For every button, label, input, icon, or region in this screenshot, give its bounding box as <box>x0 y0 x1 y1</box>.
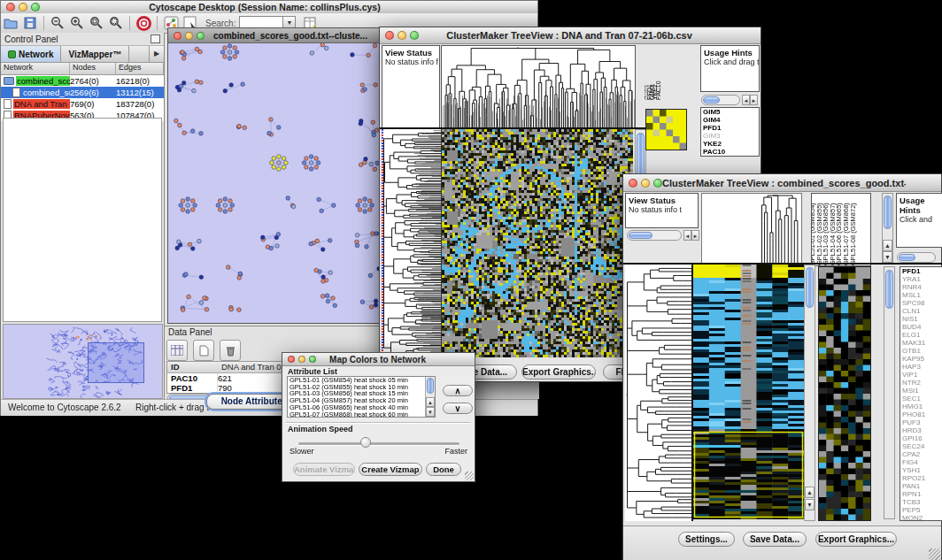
select-attributes-icon[interactable] <box>166 340 188 361</box>
slider-thumb[interactable] <box>360 437 371 448</box>
close-button[interactable] <box>174 32 181 40</box>
treeview1-button-1[interactable]: Export Graphics... <box>521 364 596 380</box>
minimize-button[interactable] <box>641 179 650 188</box>
minimize-button[interactable] <box>298 356 305 363</box>
combo-arrow-icon[interactable]: ▼ <box>282 17 295 28</box>
minimize-button[interactable] <box>19 3 27 12</box>
gene-label[interactable]: YRA1 <box>900 275 942 283</box>
delete-attribute-icon[interactable] <box>220 340 241 361</box>
tab-vizmapper[interactable]: VizMapper™ <box>61 46 129 62</box>
zoom-button[interactable] <box>31 3 40 12</box>
gene-label[interactable]: GIM3 <box>701 132 759 140</box>
zoom-out-icon[interactable] <box>49 15 66 31</box>
move-down-button[interactable]: ∨ <box>443 403 473 414</box>
view-status-hscrollbar[interactable] <box>627 230 682 241</box>
column-dendrogram[interactable] <box>441 45 636 129</box>
gene-label[interactable]: SPC98 <box>900 299 942 307</box>
scroll-up-icon[interactable]: ▲ <box>805 487 815 498</box>
list-vscrollbar[interactable]: ▲ ▼ <box>425 377 435 417</box>
gene-label[interactable]: CPA2 <box>900 450 942 458</box>
scroll-down-icon[interactable]: ▼ <box>805 499 815 510</box>
zoom-fit-icon[interactable] <box>88 15 105 31</box>
scroll-down-icon[interactable]: ▼ <box>883 251 892 263</box>
scroll-thumb[interactable] <box>885 270 893 309</box>
scroll-down-icon[interactable]: ▼ <box>426 407 435 417</box>
gene-label[interactable]: YSH1 <box>900 466 942 474</box>
scroll-thumb[interactable] <box>629 232 652 239</box>
gene-label[interactable]: CLN1 <box>900 307 942 315</box>
network-table-row[interactable]: combined_scores2764(0)16218(0) <box>1 75 164 87</box>
zoom-button[interactable] <box>309 356 316 363</box>
scroll-right-icon[interactable]: ▸ <box>750 95 758 105</box>
zoom-vscrollbar[interactable] <box>884 266 895 519</box>
row-dendrogram[interactable] <box>382 129 441 359</box>
gene-label[interactable]: NIS1 <box>900 315 942 323</box>
gene-label[interactable]: RPN1 <box>900 490 942 498</box>
gene-label[interactable]: YKE2 <box>701 140 759 148</box>
gene-label[interactable]: KAP95 <box>900 355 942 363</box>
col-network[interactable]: Network <box>1 63 70 74</box>
gene-label[interactable]: PAC10 <box>701 148 759 156</box>
scroll-thumb[interactable] <box>427 378 434 394</box>
usage-hscrollbar[interactable] <box>701 95 740 105</box>
scroll-thumb[interactable] <box>884 196 892 229</box>
zoom-heatmap[interactable] <box>818 266 871 521</box>
col-edges[interactable]: Edges <box>116 63 164 74</box>
scroll-right-icon[interactable]: ▸ <box>691 230 699 241</box>
main-heatmap[interactable] <box>691 265 804 521</box>
treeview1-titlebar[interactable]: ClusterMaker TreeView : DNA and Tran 07-… <box>380 27 761 44</box>
gene-label[interactable]: PFD1 <box>900 267 942 275</box>
network-table-row[interactable]: combined_sco2569(6)13112(15) <box>1 87 164 98</box>
move-up-button[interactable]: ∧ <box>443 385 473 396</box>
gene-label[interactable]: SEC24 <box>900 442 942 450</box>
network-overview[interactable] <box>3 324 163 399</box>
new-attribute-icon[interactable] <box>193 340 214 361</box>
id-column-header[interactable]: ID <box>167 362 218 372</box>
gene-label[interactable]: TCB3 <box>900 498 942 506</box>
open-file-button[interactable] <box>2 15 19 31</box>
gene-label[interactable]: MAK31 <box>900 339 942 347</box>
treeview2-titlebar[interactable]: ClusterMaker TreeView : combined_scores_… <box>623 174 941 192</box>
gene-label[interactable]: HAP3 <box>900 363 942 371</box>
heatmap-vscrollbar[interactable]: ▲ ▼ <box>804 265 815 521</box>
gene-label[interactable]: NTR2 <box>900 379 942 387</box>
minimize-button[interactable] <box>398 31 406 40</box>
scroll-thumb[interactable] <box>806 267 814 308</box>
treeview2-button-0[interactable]: Settings... <box>678 532 735 547</box>
gene-label[interactable]: VIP1 <box>900 371 942 379</box>
gene-label[interactable]: MON2 <box>900 514 942 521</box>
dialog-titlebar[interactable]: Map Colors to Network <box>282 353 475 366</box>
animation-speed-slider[interactable] <box>298 442 459 445</box>
zoom-in-icon[interactable] <box>68 15 86 31</box>
zoom-selected-icon[interactable] <box>107 15 125 31</box>
close-button[interactable] <box>385 31 394 40</box>
usage-hscrollbar[interactable] <box>897 252 936 263</box>
main-heatmap[interactable] <box>441 129 635 359</box>
tab-overflow-button[interactable]: ▶ <box>149 46 164 62</box>
attribute-listbox[interactable]: GPL51-01 (GSM854) heat shock 05 minGPL51… <box>287 376 436 418</box>
scroll-left-icon[interactable]: ◂ <box>683 230 691 241</box>
main-titlebar[interactable]: Cytoscape Desktop (Session Name: collins… <box>1 1 537 14</box>
labels-vscrollbar[interactable]: ▲ ▼ <box>882 193 893 264</box>
gene-label[interactable]: HRD3 <box>900 426 942 434</box>
gene-label[interactable]: ELG1 <box>900 331 942 339</box>
gene-label[interactable]: MSL1 <box>900 291 942 299</box>
gene-label[interactable]: FIG4 <box>900 458 942 466</box>
dialog-button-create-vizmap[interactable]: Create Vizmap <box>359 463 422 476</box>
scroll-up-icon[interactable]: ▲ <box>883 240 892 251</box>
treeview2-button-2[interactable]: Export Graphics... <box>815 532 897 547</box>
gene-label[interactable]: SEC1 <box>900 395 942 403</box>
gene-label[interactable]: GIM5 <box>701 108 759 116</box>
overview-viewport[interactable] <box>88 342 144 383</box>
resize-grip[interactable] <box>929 548 940 560</box>
selection-submatrix[interactable] <box>645 109 687 150</box>
gene-label[interactable]: PUF3 <box>900 418 942 426</box>
gene-label[interactable]: MSI1 <box>900 387 942 395</box>
treeview2-button-1[interactable]: Save Data... <box>743 532 807 547</box>
gene-label[interactable]: PAN1 <box>900 482 942 490</box>
tab-network[interactable]: Network <box>1 46 61 62</box>
gene-label[interactable]: PHO81 <box>900 410 942 418</box>
col-nodes[interactable]: Nodes <box>70 63 116 74</box>
scroll-up-icon[interactable]: ▲ <box>426 397 435 407</box>
row-dendrogram[interactable] <box>625 265 691 521</box>
